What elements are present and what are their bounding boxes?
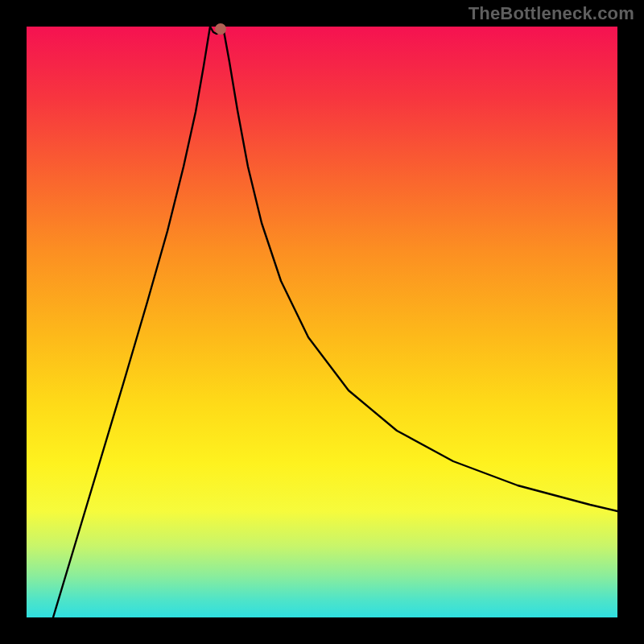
bottleneck-curve xyxy=(53,27,617,617)
curve-svg xyxy=(27,27,617,617)
minimum-marker xyxy=(215,23,226,35)
chart-frame: TheBottleneck.com xyxy=(0,0,644,644)
watermark-text: TheBottleneck.com xyxy=(469,3,634,24)
